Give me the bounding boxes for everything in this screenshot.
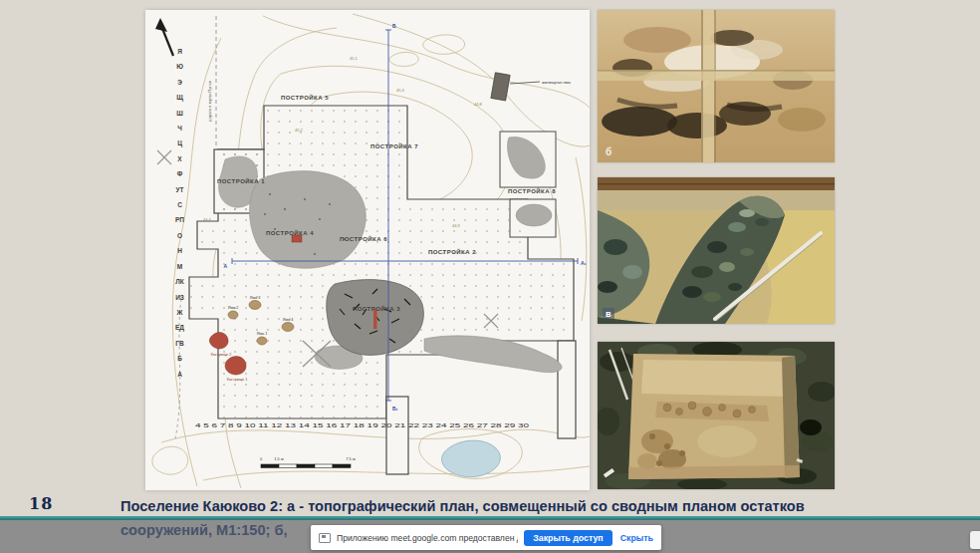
excavation-photo-1: б — [598, 10, 835, 162]
structure8-label: ПОСТРОЙКА 8 — [508, 187, 556, 194]
structure3-red-mark — [373, 309, 377, 329]
grid-column-numbers: 4 5 6 7 8 9 10 11 12 13 14 15 16 17 18 1… — [195, 422, 529, 428]
popup-corner-fragment — [970, 531, 980, 549]
svg-text:45,3: 45,3 — [396, 88, 405, 93]
pit3-label: Яма 3 — [250, 296, 261, 300]
screen-share-banner: Приложению meet.google.com предоставлен … — [311, 525, 661, 550]
map-grid-row-letters: ЯЮЭЩШЧЦХФУТСРПОНМЛКИЗЖЕДГВБА — [175, 44, 184, 382]
presentation-slide: 18 — [0, 0, 980, 516]
svg-text:44,8: 44,8 — [474, 102, 483, 107]
topographic-map: дорога в юрты Пунси — [145, 10, 590, 490]
pit1-label: Яма 1 — [257, 332, 268, 336]
structure2-label: ПОСТРОЙКА 2 — [428, 248, 476, 255]
hearth2-label: Кострище 2 — [211, 353, 232, 357]
structure6-label: ПОСТРОЙКА 6 — [340, 235, 387, 242]
pit4-label: Яма 4 — [283, 318, 294, 322]
dwelling-pit-label: жилищная яма — [542, 80, 572, 85]
excavation-photo-3 — [598, 342, 835, 489]
svg-text:7,5 м: 7,5 м — [346, 456, 356, 461]
stop-sharing-button[interactable]: Закрыть доступ — [524, 530, 612, 546]
pit2-label: Яма 2 — [228, 306, 239, 310]
svg-text:45,1: 45,1 — [350, 56, 359, 61]
excavation-photo-2: в — [598, 177, 835, 324]
screen-share-icon — [319, 533, 331, 543]
structure3-label: ПОСТРОЙКА 3 — [353, 305, 400, 312]
section-b1-marker: Б₁ — [392, 406, 398, 412]
svg-text:45,2: 45,2 — [295, 128, 304, 133]
photo1-letter-tag: б — [606, 146, 612, 157]
page-number: 18 — [29, 494, 53, 513]
svg-text:44,9: 44,9 — [452, 223, 461, 228]
slide-caption-line1: Поселение Каюково 2: а - топографический… — [121, 498, 805, 514]
hide-banner-link[interactable]: Скрыть — [620, 533, 653, 543]
road-label: дорога в юрты Пунси — [207, 80, 212, 122]
structure4-red-feature — [292, 235, 302, 242]
section-a-marker: А — [223, 263, 227, 269]
photo2-letter-tag: в — [606, 309, 612, 319]
structure7-label: ПОСТРОЙКА 7 — [370, 142, 418, 149]
section-b-marker: Б — [392, 23, 396, 29]
slide-caption-line2: сооружений, М1:150; б, — [121, 522, 288, 538]
svg-text:1,5 м: 1,5 м — [274, 456, 284, 461]
structure4-label: ПОСТРОЙКА 4 — [266, 229, 314, 236]
topographic-map-panel: дорога в юрты Пунси — [145, 10, 590, 490]
svg-text:44,3: 44,3 — [203, 217, 212, 222]
structure5-label: ПОСТРОЙКА 5 — [281, 94, 329, 101]
section-a1-marker: А₁ — [581, 260, 587, 266]
east-trench-strip — [558, 341, 576, 438]
screen-share-message: Приложению meet.google.com предоставлен … — [337, 533, 518, 543]
structure1-label: ПОСТРОЙКА 1 — [217, 177, 265, 184]
hearth1-label: Кострище 1 — [227, 378, 248, 382]
